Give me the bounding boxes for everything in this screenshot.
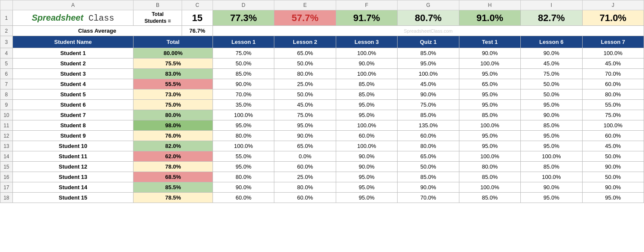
student-6-h: 95.0%	[459, 100, 520, 110]
row-num-6: 6	[0, 69, 13, 79]
student-total-6: 75.0%	[134, 100, 213, 110]
student-name-10: Student 10	[12, 141, 134, 151]
student-total-1: 80.00%	[134, 48, 213, 58]
student-15-f: 95.0%	[336, 193, 397, 203]
row-num-17: 17	[0, 182, 13, 193]
col-letter-b: B	[134, 0, 182, 10]
student-10-f: 100.0%	[336, 141, 397, 151]
student-4-g: 45.0%	[398, 79, 459, 89]
student-11-i: 100.0%	[521, 151, 582, 162]
student-12-j: 90.0%	[582, 162, 644, 172]
student-6-g: 75.0%	[398, 100, 459, 110]
student-total-14: 85.5%	[134, 182, 213, 193]
student-row-10: 13Student 1082.0%100.0%65.0%100.0%80.0%9…	[0, 141, 644, 151]
header-total: Total	[134, 36, 213, 48]
student-2-g: 95.0%	[398, 58, 459, 69]
student-1-j: 100.0%	[582, 48, 644, 58]
row-num-16: 16	[0, 172, 13, 182]
student-8-f: 100.0%	[336, 120, 397, 131]
student-8-h: 100.0%	[459, 120, 520, 131]
student-2-h: 100.0%	[459, 58, 520, 69]
watermark-text: SpreadsheetClass.com	[404, 28, 453, 34]
student-12-i: 85.0%	[521, 162, 582, 172]
col-letter-e: E	[274, 0, 336, 10]
row-num-12: 12	[0, 131, 13, 141]
student-7-e: 75.0%	[274, 110, 336, 120]
row-num-1: 1	[0, 10, 13, 26]
col-letter-g: G	[398, 0, 459, 10]
col-letter-j: J	[582, 0, 644, 10]
row-num-4: 4	[0, 48, 13, 58]
student-14-h: 100.0%	[459, 182, 520, 193]
student-13-h: 85.0%	[459, 172, 520, 182]
col-letter-a: A	[12, 0, 134, 10]
student-2-f: 90.0%	[336, 58, 397, 69]
student-3-f: 100.0%	[336, 69, 397, 79]
student-9-f: 60.0%	[336, 131, 397, 141]
student-5-d: 70.0%	[213, 89, 274, 100]
student-15-d: 60.0%	[213, 193, 274, 203]
student-9-h: 95.0%	[459, 131, 520, 141]
class-avg-label: Class Average	[12, 26, 182, 36]
avg-h: 91.0%	[459, 10, 520, 26]
student-15-g: 70.0%	[398, 193, 459, 203]
col-letter-c: C	[182, 0, 213, 10]
column-letter-row: A B C D E F G H I J	[0, 0, 644, 10]
student-11-j: 50.0%	[582, 151, 644, 162]
student-12-d: 95.0%	[213, 162, 274, 172]
row-num-2: 2	[0, 26, 13, 36]
student-7-h: 85.0%	[459, 110, 520, 120]
total-students-label-cell: TotalStudents =	[134, 10, 182, 26]
logo-class: Class	[83, 13, 114, 23]
header-h: Test 1	[459, 36, 520, 48]
student-12-g: 50.0%	[398, 162, 459, 172]
student-8-i: 85.0%	[521, 120, 582, 131]
student-7-g: 85.0%	[398, 110, 459, 120]
avg-e: 57.7%	[274, 10, 336, 26]
student-name-2: Student 2	[12, 58, 134, 69]
student-6-d: 35.0%	[213, 100, 274, 110]
student-row-1: 4Student 180.00%75.0%65.0%100.0%85.0%90.…	[0, 48, 644, 58]
col-letter-f: F	[336, 0, 397, 10]
student-8-d: 95.0%	[213, 120, 274, 131]
header-e: Lesson 2	[274, 36, 336, 48]
logo-cell: Spreadsheet Class	[12, 10, 134, 26]
col-letter-i: I	[521, 0, 582, 10]
student-9-e: 90.0%	[274, 131, 336, 141]
header-f: Lesson 3	[336, 36, 397, 48]
student-row-8: 11Student 898.0%95.0%95.0%100.0%135.0%10…	[0, 120, 644, 131]
avg-j: 71.0%	[582, 10, 644, 26]
row-num-13: 13	[0, 141, 13, 151]
student-6-i: 95.0%	[521, 100, 582, 110]
student-14-g: 90.0%	[398, 182, 459, 193]
student-2-e: 50.0%	[274, 58, 336, 69]
student-9-i: 95.0%	[521, 131, 582, 141]
student-4-h: 65.0%	[459, 79, 520, 89]
student-9-g: 60.0%	[398, 131, 459, 141]
student-name-6: Student 6	[12, 100, 134, 110]
student-8-g: 135.0%	[398, 120, 459, 131]
col-letter-d: D	[213, 0, 274, 10]
student-total-10: 82.0%	[134, 141, 213, 151]
student-15-h: 85.0%	[459, 193, 520, 203]
student-name-8: Student 8	[12, 120, 134, 131]
student-13-g: 85.0%	[398, 172, 459, 182]
student-7-j: 75.0%	[582, 110, 644, 120]
student-2-d: 50.0%	[213, 58, 274, 69]
student-14-f: 95.0%	[336, 182, 397, 193]
student-total-2: 75.5%	[134, 58, 213, 69]
student-2-i: 45.0%	[521, 58, 582, 69]
student-name-1: Student 1	[12, 48, 134, 58]
student-5-g: 90.0%	[398, 89, 459, 100]
student-7-i: 90.0%	[521, 110, 582, 120]
student-name-7: Student 7	[12, 110, 134, 120]
student-1-i: 90.0%	[521, 48, 582, 58]
student-3-g: 100.0%	[398, 69, 459, 79]
row-num-15: 15	[0, 162, 13, 172]
student-12-e: 60.0%	[274, 162, 336, 172]
header-i: Lesson 6	[521, 36, 582, 48]
student-3-h: 95.0%	[459, 69, 520, 79]
student-row-3: 6Student 383.0%85.0%80.0%100.0%100.0%95.…	[0, 69, 644, 79]
student-name-12: Student 12	[12, 162, 134, 172]
student-total-15: 78.5%	[134, 193, 213, 203]
